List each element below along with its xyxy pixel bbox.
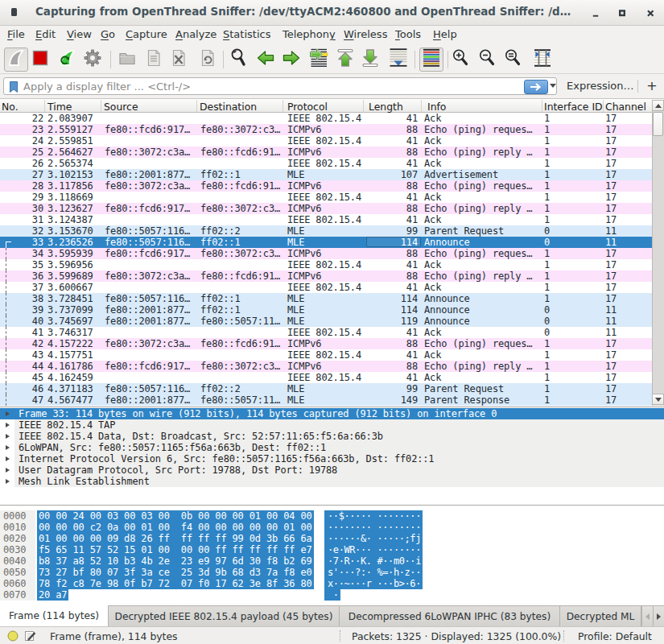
column-header-info[interactable]: Info	[427, 101, 446, 113]
hex-ascii[interactable]: ·	[324, 589, 340, 601]
close-button[interactable]	[641, 5, 659, 21]
packet-row[interactable]: 434.157751IEEE 802.15.441Ack117	[0, 349, 652, 361]
packet-row[interactable]: 242.559851IEEE 802.15.441Ack117	[0, 135, 652, 147]
packet-row[interactable]: 474.567477fe80::2001:877…fe80::5057:11…M…	[0, 394, 652, 406]
expression-button[interactable]: Expression…	[567, 80, 634, 92]
go-to-packet-button[interactable]	[307, 47, 331, 72]
column-divider[interactable]	[283, 100, 283, 112]
expand-arrow-icon[interactable]	[6, 445, 10, 450]
expand-arrow-icon[interactable]	[6, 468, 10, 473]
menu-statistics[interactable]: Statistics	[223, 28, 270, 40]
menu-file[interactable]: File	[7, 28, 25, 40]
go-back-button[interactable]	[254, 47, 278, 72]
expand-arrow-icon[interactable]	[6, 434, 10, 439]
detail-row[interactable]: User Datagram Protocol, Src Port: 19788,…	[0, 464, 664, 476]
status-profile-text[interactable]: Profile: Default	[578, 630, 652, 642]
packet-row[interactable]: 293.118669IEEE 802.15.441Ack117	[0, 192, 652, 203]
hex-row[interactable]: 007020 a7 ·	[0, 589, 664, 601]
column-header-no[interactable]: No.	[2, 101, 19, 113]
packet-row[interactable]: 252.564627fe80::3072:c3a…fe80::fcd6:91…I…	[0, 147, 652, 158]
expand-arrow-icon[interactable]	[6, 411, 10, 416]
packet-row[interactable]: 373.600667IEEE 802.15.441Ack117	[0, 282, 652, 293]
column-header-source[interactable]: Source	[104, 101, 138, 113]
hex-bytes[interactable]: 01 00 00 00 09 d8 26 ff ff ff ff 99 0d 3…	[37, 533, 314, 544]
apply-filter-button[interactable]	[524, 80, 548, 94]
hex-row[interactable]: 005073 27 bf 80 07 3f 3a ce 25 3d 9b 68 …	[0, 567, 664, 578]
expand-arrow-icon[interactable]	[6, 456, 10, 461]
column-divider[interactable]	[101, 100, 101, 112]
menu-help[interactable]: Help	[433, 28, 457, 40]
packet-row[interactable]: 323.153670fe80::5057:116…ff02::2MLE99Par…	[0, 225, 652, 237]
column-divider[interactable]	[196, 100, 197, 112]
expand-arrow-icon[interactable]	[6, 479, 10, 484]
zoom-out-button[interactable]	[475, 47, 499, 72]
packet-row[interactable]: 403.745697fe80::2001:877…fe80::5057:11…M…	[0, 316, 652, 327]
column-header-time[interactable]: Time	[47, 101, 72, 113]
menu-view[interactable]: View	[67, 28, 92, 40]
byte-view-tab-active[interactable]: Frame (114 bytes)	[0, 605, 109, 626]
packet-row[interactable]: 262.565374IEEE 802.15.441Ack117	[0, 158, 652, 169]
filter-history-caret[interactable]	[550, 84, 556, 88]
detail-row[interactable]: 6LoWPAN, Src: fe80::5057:1165:f56a:663b,…	[0, 442, 664, 453]
go-last-button[interactable]	[358, 47, 382, 72]
scroll-up-button[interactable]	[652, 100, 664, 111]
expand-arrow-icon[interactable]	[6, 423, 10, 427]
auto-scroll-button[interactable]	[386, 47, 410, 72]
hex-bytes[interactable]: b8 37 a8 52 10 b3 4b 2e 23 e9 97 6d 30 f…	[37, 555, 314, 567]
packet-row[interactable]: 383.728451fe80::5057:116…ff02::1MLE114An…	[0, 293, 652, 304]
packet-row-selected[interactable]: 333.236526fe80::5057:116…ff02::1MLE114An…	[0, 237, 652, 248]
menu-analyze[interactable]: Analyze	[175, 28, 217, 40]
detail-row[interactable]: IEEE 802.15.4 TAP	[0, 419, 664, 431]
packet-row[interactable]: 273.102153fe80::2001:877…ff02::1MLE107Ad…	[0, 169, 652, 180]
expert-info-icon[interactable]	[7, 630, 19, 642]
packet-row[interactable]: 283.117856fe80::3072:c3a…fe80::fcd6:91…I…	[0, 180, 652, 192]
scrollbar-thumb[interactable]	[653, 112, 663, 136]
column-divider[interactable]	[603, 100, 604, 112]
column-header-destination[interactable]: Destination	[200, 101, 257, 113]
hex-ascii[interactable]: ·7·R··K. #··m0··i	[324, 555, 423, 567]
menu-tools[interactable]: Tools	[395, 28, 421, 40]
packet-row[interactable]: 303.123627fe80::fcd6:917…fe80::3072:c3…I…	[0, 203, 652, 214]
column-header-length[interactable]: Length	[369, 101, 403, 113]
column-divider[interactable]	[44, 100, 45, 112]
filter-bookmark-icon[interactable]	[7, 80, 20, 93]
packet-row[interactable]: 363.599689fe80::3072:c3a…fe80::fcd6:91…I…	[0, 270, 652, 282]
packet-row[interactable]: 413.746317IEEE 802.15.441Ack011	[0, 327, 652, 338]
capture-restart-button[interactable]	[56, 47, 80, 72]
hex-ascii[interactable]: ·e·WR··· ········	[324, 544, 423, 555]
hex-row[interactable]: 0030f5 65 11 57 52 15 01 00 00 00 ff ff …	[0, 544, 664, 555]
display-filter-input[interactable]: Apply a display filter ... <Ctrl-/>	[3, 77, 557, 95]
add-filter-button[interactable]: +	[644, 76, 660, 94]
column-header-channel[interactable]: Channel	[605, 101, 646, 113]
hex-row[interactable]: 000000 00 24 00 03 00 03 00 0b 00 00 00 …	[0, 510, 664, 522]
capture-comment-icon[interactable]	[24, 630, 36, 642]
packet-row[interactable]: 454.162459IEEE 802.15.441Ack117	[0, 372, 652, 383]
zoom-original-button[interactable]	[501, 47, 525, 72]
tab-scroll-right-button[interactable]	[653, 606, 664, 626]
go-forward-button[interactable]	[279, 47, 303, 72]
menu-telephony[interactable]: Telephony	[283, 28, 336, 40]
column-header-interface-id[interactable]: Interface ID	[544, 101, 603, 113]
menu-wireless[interactable]: Wireless	[344, 28, 387, 40]
detail-row-selected[interactable]: Frame 33: 114 bytes on wire (912 bits), …	[0, 408, 664, 419]
go-first-button[interactable]	[333, 47, 357, 72]
hex-ascii[interactable]: ········ ········	[324, 522, 423, 533]
detail-row[interactable]: Mesh Link Establishment	[0, 476, 664, 487]
column-header-protocol[interactable]: Protocol	[287, 101, 328, 113]
detail-row[interactable]: IEEE 802.15.4 Data, Dst: Broadcast, Src:…	[0, 431, 664, 442]
find-packet-button[interactable]	[226, 47, 250, 72]
capture-options-button[interactable]	[80, 47, 105, 72]
hex-ascii[interactable]: ······&· ·····;fj	[324, 533, 423, 544]
menu-capture[interactable]: Capture	[126, 28, 167, 40]
hex-bytes[interactable]: 00 00 00 c2 0a 00 01 00 f4 00 00 00 00 0…	[37, 522, 314, 533]
packet-row[interactable]: 343.595939fe80::fcd6:917…fe80::3072:c3…I…	[0, 248, 652, 259]
packet-row[interactable]: 232.559127fe80::fcd6:917…fe80::3072:c3…I…	[0, 124, 652, 135]
hex-ascii[interactable]: x··~···r ···b>·6·	[324, 578, 423, 589]
hex-bytes[interactable]: 20 a7	[37, 589, 68, 601]
hex-ascii[interactable]: s'···?:· %=·h·z··	[324, 567, 423, 578]
hex-bytes[interactable]: 78 f2 c8 7e 98 0f b7 72 07 f0 17 62 3e 8…	[37, 578, 314, 589]
hex-bytes[interactable]: 73 27 bf 80 07 3f 3a ce 25 3d 9b 68 d3 7…	[37, 567, 314, 578]
packet-row[interactable]: 222.083907IEEE 802.15.441Ack117	[0, 113, 652, 124]
minimize-button[interactable]	[587, 5, 604, 21]
hex-row[interactable]: 002001 00 00 00 09 d8 26 ff ff ff ff 99 …	[0, 533, 664, 544]
